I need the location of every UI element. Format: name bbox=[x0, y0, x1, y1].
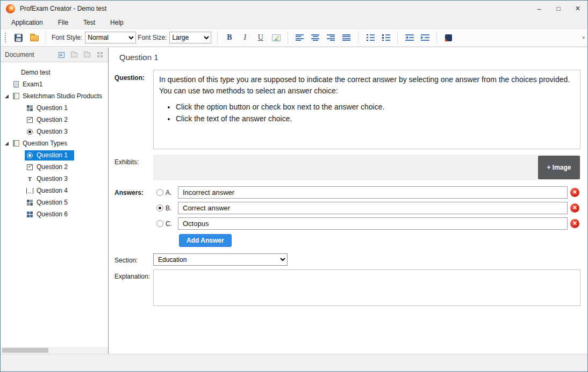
section-select[interactable]: Education bbox=[153, 253, 288, 266]
delete-answer-c-button[interactable] bbox=[570, 219, 579, 228]
tree-item-question-2[interactable]: Question 2 bbox=[1, 114, 108, 126]
toolbar: Font Style: Normal Font Size: Large B I … bbox=[1, 28, 587, 47]
grid-view-button[interactable] bbox=[94, 49, 106, 60]
minimize-icon[interactable] bbox=[529, 1, 549, 17]
tree-item-sketchman-studio-products[interactable]: Sketchman Studio Products bbox=[1, 90, 108, 102]
align-center-button[interactable] bbox=[308, 31, 322, 45]
exam-document-icon bbox=[13, 81, 19, 87]
bullet-list-button[interactable] bbox=[378, 31, 393, 45]
save-button[interactable] bbox=[11, 31, 26, 45]
exhibits-label: Exhibits: bbox=[114, 158, 139, 166]
toolbar-overflow-chevron-icon[interactable] bbox=[582, 35, 585, 40]
answer-input-c[interactable] bbox=[178, 217, 568, 230]
expanded-arrow-icon[interactable] bbox=[5, 142, 9, 145]
answer-radio-b-selected[interactable] bbox=[156, 205, 163, 211]
new-item-button[interactable] bbox=[55, 49, 67, 60]
numbered-list-button[interactable] bbox=[363, 31, 377, 45]
main-area: Document Demo test Exam1 Sketchman Studi… bbox=[1, 48, 587, 354]
increase-indent-icon bbox=[421, 34, 429, 41]
answers-label: Answers: bbox=[114, 189, 144, 196]
toolbar-separator bbox=[436, 32, 437, 43]
expanded-arrow-icon[interactable] bbox=[5, 94, 9, 98]
menu-application[interactable]: Application bbox=[4, 17, 51, 28]
toolbar-separator bbox=[46, 32, 46, 43]
add-answer-button[interactable]: Add Answer bbox=[179, 234, 232, 247]
notebook-icon bbox=[13, 140, 19, 147]
tree-item-label: Sketchman Studio Products bbox=[23, 92, 102, 100]
grid-multi-question-icon bbox=[27, 211, 33, 217]
italic-button[interactable]: I bbox=[238, 31, 252, 45]
tree-item-question-6[interactable]: Question 6 bbox=[1, 208, 108, 220]
align-right-button[interactable] bbox=[324, 31, 338, 45]
marker-icon bbox=[445, 34, 452, 41]
scrollbar-thumb[interactable] bbox=[2, 348, 48, 353]
question-rich-text-editor[interactable]: In question of this type you are suppose… bbox=[153, 70, 580, 149]
folder-forward-button[interactable] bbox=[81, 49, 93, 60]
tree-item-question-1[interactable]: Question 1 bbox=[1, 102, 108, 114]
tree-item-question-5[interactable]: Question 5 bbox=[1, 196, 108, 208]
answer-row-c: C. bbox=[153, 217, 580, 230]
toolbar-separator bbox=[288, 32, 288, 43]
tree-item-label: Question 2 bbox=[37, 116, 68, 123]
align-left-button[interactable] bbox=[292, 31, 307, 45]
menu-help[interactable]: Help bbox=[103, 17, 131, 28]
tree-item-question-1-selected[interactable]: Question 1 bbox=[1, 149, 108, 161]
document-sidebar: Document Demo test Exam1 Sketchman Studi… bbox=[1, 48, 109, 354]
menu-file[interactable]: File bbox=[51, 17, 76, 28]
sidebar-horizontal-scrollbar[interactable] bbox=[1, 347, 108, 354]
delete-answer-a-button[interactable] bbox=[570, 188, 579, 197]
answer-input-a[interactable] bbox=[178, 186, 568, 199]
reorder-question-icon bbox=[26, 188, 33, 194]
folder-forward-icon bbox=[84, 53, 90, 57]
open-button[interactable] bbox=[27, 31, 41, 45]
answer-letter-b: B. bbox=[166, 205, 171, 212]
window-controls bbox=[529, 1, 587, 17]
tree-item-exam1[interactable]: Exam1 bbox=[1, 78, 108, 90]
insert-image-button[interactable] bbox=[269, 31, 283, 45]
tree-item-question-4[interactable]: Question 4 bbox=[1, 185, 108, 196]
italic-icon: I bbox=[244, 33, 247, 42]
bold-button[interactable]: B bbox=[222, 31, 236, 45]
delete-answer-b-button[interactable] bbox=[570, 203, 579, 213]
tree-item-question-2b[interactable]: Question 2 bbox=[1, 161, 108, 173]
add-image-button[interactable]: + Image bbox=[538, 156, 580, 179]
answer-input-b[interactable] bbox=[178, 202, 568, 214]
answer-row-b: B. bbox=[153, 202, 580, 215]
window-title: ProfExam Creator - Demo test bbox=[20, 5, 106, 12]
answer-radio-a[interactable] bbox=[156, 189, 163, 196]
explanation-textarea[interactable] bbox=[153, 269, 580, 306]
numbered-list-icon bbox=[366, 34, 375, 41]
menu-test[interactable]: Test bbox=[76, 17, 103, 28]
decrease-indent-button[interactable] bbox=[402, 31, 417, 45]
tree-item-demo-test[interactable]: Demo test bbox=[1, 67, 108, 78]
toolbar-separator bbox=[358, 32, 358, 43]
folder-back-icon bbox=[71, 53, 77, 57]
status-bar bbox=[1, 354, 587, 371]
font-size-select[interactable]: Large bbox=[169, 32, 211, 43]
exhibits-area: + Image bbox=[153, 155, 580, 180]
increase-indent-button[interactable] bbox=[418, 31, 432, 45]
question-bullet: Click the option button or check box nex… bbox=[176, 101, 575, 113]
sidebar-tab-document[interactable]: Document bbox=[5, 51, 34, 59]
folder-back-button[interactable] bbox=[68, 49, 80, 60]
tree-item-label: Question 5 bbox=[37, 199, 68, 206]
align-right-icon bbox=[327, 34, 335, 41]
answer-row-a: A. bbox=[153, 186, 580, 199]
toolbar-grip[interactable] bbox=[5, 33, 7, 42]
grid-question-icon bbox=[27, 105, 33, 111]
tree-item-question-types[interactable]: Question Types bbox=[1, 137, 108, 149]
tree-item-question-3b[interactable]: Question 3 bbox=[1, 173, 108, 185]
maximize-icon[interactable] bbox=[549, 1, 568, 17]
question-bullet: Click the text of the answer choice. bbox=[176, 113, 575, 125]
answer-radio-c[interactable] bbox=[156, 220, 163, 227]
align-center-icon bbox=[311, 34, 319, 41]
question-paragraph: You can use two methods to select an ans… bbox=[159, 85, 575, 97]
question-editor-panel: Question 1 Question: In question of this… bbox=[109, 48, 587, 354]
close-icon[interactable] bbox=[568, 1, 587, 17]
align-justify-button[interactable] bbox=[339, 31, 354, 45]
tree-item-question-3[interactable]: Question 3 bbox=[1, 126, 108, 137]
marker-button[interactable] bbox=[441, 31, 456, 45]
font-style-select[interactable]: Normal bbox=[85, 32, 136, 43]
insert-image-icon bbox=[272, 34, 281, 41]
underline-button[interactable]: U bbox=[253, 31, 268, 45]
